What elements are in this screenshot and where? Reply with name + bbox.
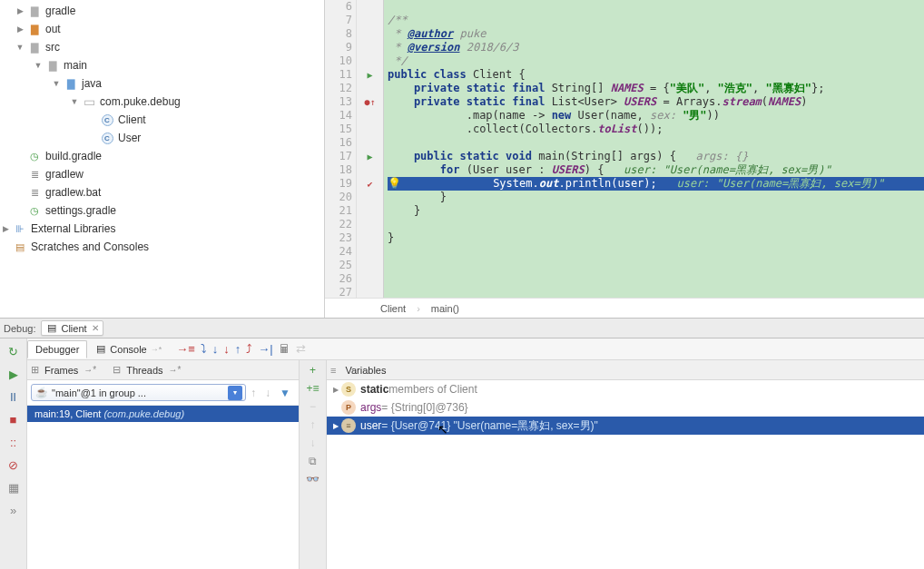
tree-package[interactable]: ▭com.puke.debug xyxy=(0,93,324,111)
tab-label: Client xyxy=(61,323,86,334)
down-button[interactable]: ↓ xyxy=(310,437,316,449)
remove-watch-button[interactable]: − xyxy=(310,400,316,413)
run-config-icon: ▤ xyxy=(45,322,57,334)
drop-frame-button[interactable]: ⤴ xyxy=(246,342,252,356)
console-tab[interactable]: ▤Console→* xyxy=(87,340,169,358)
variables-toolbar: + +≡ − ↑ ↓ ⧉ 👓 xyxy=(300,360,327,569)
tree-out[interactable]: ▇out xyxy=(0,20,324,38)
tree-label: java xyxy=(82,77,102,90)
var-args[interactable]: Pargs = {String[0]@736} xyxy=(327,398,924,417)
tree-label: settings.gradle xyxy=(45,204,116,217)
tree-label: User xyxy=(118,132,141,144)
file-icon: ≣ xyxy=(27,185,42,200)
tree-client[interactable]: CClient xyxy=(0,111,324,129)
tree-gradlew[interactable]: ≣gradlew xyxy=(0,165,324,183)
new-watch-button[interactable]: +≡ xyxy=(306,382,319,395)
stop-button[interactable]: ■ xyxy=(4,409,24,429)
code-editor[interactable]: 6789101112131415161718192021222324252627… xyxy=(325,0,924,298)
tree-label: gradlew.bat xyxy=(45,186,101,199)
debug-tab-client[interactable]: ▤ Client ✕ xyxy=(41,320,103,336)
var-user[interactable]: ▶≡user = {User@741} "User(name=黑寡妇, sex=… xyxy=(327,417,924,435)
var-static[interactable]: ▶Sstatic members of Client xyxy=(327,380,924,398)
tree-label: src xyxy=(45,41,60,54)
tree-label: main xyxy=(64,59,87,72)
dropdown-icon[interactable]: ▾ xyxy=(228,386,242,400)
run-mark-icon[interactable]: ▶ xyxy=(367,68,372,82)
package-icon: ▭ xyxy=(82,94,96,109)
tree-user[interactable]: CUser xyxy=(0,129,324,147)
tree-gradlew-bat[interactable]: ≣gradlew.bat xyxy=(0,183,324,201)
threads-tab[interactable]: Threads xyxy=(126,365,162,376)
step-into-button[interactable]: ↓ xyxy=(212,342,219,356)
folder-icon: ▇ xyxy=(45,58,60,73)
thread-selector[interactable]: ☕ "main"@1 in group ... ▾ xyxy=(31,384,246,401)
breadcrumb-item[interactable]: main() xyxy=(426,303,465,314)
tree-label: Client xyxy=(118,113,146,126)
debug-toolbar-left: ↻ ▶ ⏸ ■ :: ⊘ ▦ » xyxy=(0,338,27,569)
run-to-cursor-button[interactable]: →| xyxy=(258,342,272,356)
marks-gutter[interactable]: ▶ ●↑ ▶ ✔ xyxy=(357,0,384,298)
folder-icon: ▇ xyxy=(64,76,78,91)
step-over-button[interactable]: ⤵ xyxy=(201,342,207,356)
rerun-button[interactable]: ↻ xyxy=(4,341,24,361)
layout-button[interactable]: ▦ xyxy=(4,477,24,497)
show-exec-point-button[interactable]: →≡ xyxy=(176,342,195,356)
filter-button[interactable]: ▼ xyxy=(280,387,290,399)
debug-bar: Debug: ▤ Client ✕ xyxy=(0,318,924,338)
step-out-button[interactable]: ↑ xyxy=(235,342,241,356)
pin-button[interactable]: » xyxy=(4,500,24,520)
debug-panel: ↻ ▶ ⏸ ■ :: ⊘ ▦ » Debugger ▤Console→* →≡ … xyxy=(0,338,924,569)
force-step-into-button[interactable]: ↓ xyxy=(223,342,230,356)
intention-bulb-icon[interactable]: 💡 xyxy=(388,177,414,190)
watches-button[interactable]: 👓 xyxy=(306,473,319,486)
threads-icon: ⊟ xyxy=(113,364,121,376)
gradle-icon: ◷ xyxy=(27,149,42,163)
frames-pane: ⊞ Frames →* ⊟ Threads →* ☕ "main"@1 in g… xyxy=(27,360,300,569)
tree-scratches[interactable]: ▤Scratches and Consoles xyxy=(0,238,324,256)
frames-label: Frames xyxy=(44,365,78,376)
code-body[interactable]: /** * @author puke * @version 2018/6/3 *… xyxy=(384,0,924,298)
project-tree[interactable]: ▇gradle ▇out ▇src ▇main ▇java ▭com.puke.… xyxy=(0,0,325,318)
view-breakpoints-button[interactable]: :: xyxy=(4,432,24,452)
variables-pane: ≡Variables ▶Sstatic members of Client Pa… xyxy=(327,360,924,569)
mute-breakpoints-button[interactable]: ⊘ xyxy=(4,455,24,475)
scratch-icon: ▤ xyxy=(13,240,27,254)
folder-icon: ▇ xyxy=(27,22,42,36)
debug-label: Debug: xyxy=(4,323,35,334)
breadcrumb-item[interactable]: Client xyxy=(375,303,411,314)
up-button[interactable]: ↑ xyxy=(310,418,316,431)
gradle-icon: ◷ xyxy=(27,203,42,218)
tree-java[interactable]: ▇java xyxy=(0,74,324,93)
next-frame-button[interactable]: ↓ xyxy=(265,387,270,399)
tree-gradle[interactable]: ▇gradle xyxy=(0,2,324,20)
variables-label: Variables xyxy=(345,365,386,376)
line-number-gutter[interactable]: 6789101112131415161718192021222324252627 xyxy=(325,0,357,298)
debugger-tab[interactable]: Debugger xyxy=(27,340,87,358)
tree-external-libs[interactable]: ⊪External Libraries xyxy=(0,220,324,238)
variables-icon: ≡ xyxy=(330,365,336,376)
debug-toolbar-top: Debugger ▤Console→* →≡ ⤵ ↓ ↓ ↑ ⤴ →| 🖩 ⇄ xyxy=(27,338,924,360)
pause-button[interactable]: ⏸ xyxy=(4,387,24,407)
tree-main[interactable]: ▇main xyxy=(0,56,324,74)
tree-settings-gradle[interactable]: ◷settings.gradle xyxy=(0,201,324,220)
tree-src[interactable]: ▇src xyxy=(0,38,324,56)
breadcrumb[interactable]: Client › main() xyxy=(325,298,924,318)
run-mark-icon[interactable]: ▶ xyxy=(367,150,372,163)
resume-button[interactable]: ▶ xyxy=(4,364,24,384)
close-icon[interactable]: ✕ xyxy=(92,323,99,333)
tree-label: Scratches and Consoles xyxy=(31,240,149,253)
tree-label: build.gradle xyxy=(45,150,102,162)
library-icon: ⊪ xyxy=(13,221,27,236)
evaluate-button[interactable]: 🖩 xyxy=(279,342,290,356)
stack-frame[interactable]: main:19, Client (com.puke.debug) xyxy=(27,406,299,422)
breakpoint-hit-icon[interactable]: ✔ xyxy=(367,177,372,191)
thread-icon: ☕ xyxy=(35,387,48,398)
breakpoint-arrow-icon[interactable]: ●↑ xyxy=(364,95,375,109)
settings-button[interactable]: ⇄ xyxy=(296,342,306,356)
tree-build-gradle[interactable]: ◷build.gradle xyxy=(0,147,324,165)
console-icon: ▤ xyxy=(94,343,106,355)
copy-button[interactable]: ⧉ xyxy=(309,455,317,467)
tree-label: gradle xyxy=(45,5,75,17)
prev-frame-button[interactable]: ↑ xyxy=(251,387,256,399)
add-watch-button[interactable]: + xyxy=(310,364,316,377)
